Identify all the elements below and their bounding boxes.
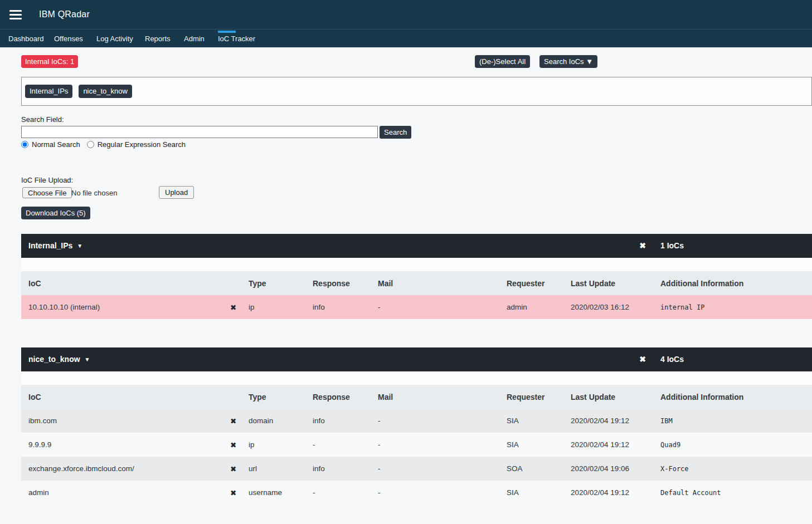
col-header-additional-info: Additional Information — [653, 385, 812, 409]
ioc-type: username — [241, 481, 305, 505]
close-icon[interactable]: ✖ — [638, 234, 647, 258]
hamburger-menu-icon[interactable] — [9, 10, 22, 19]
section-title[interactable]: Internal_IPs ▼ — [28, 241, 82, 250]
ioc-mail: - — [371, 409, 499, 433]
col-header-type: Type — [241, 385, 305, 409]
col-header-mail: Mail — [371, 271, 499, 295]
col-header-additional-info: Additional Information — [653, 271, 812, 295]
table-row: 9.9.9.9 ✖ ip - - SIA 2020/02/04 19:12 Qu… — [21, 433, 812, 457]
col-header-response: Response — [305, 271, 371, 295]
col-header-mail: Mail — [371, 385, 499, 409]
delete-icon[interactable]: ✖ — [223, 433, 241, 457]
ioc-mail: - — [371, 481, 499, 505]
delete-icon[interactable]: ✖ — [223, 457, 241, 481]
ioc-value: 10.10.10.10 (internal) — [21, 295, 223, 319]
search-iocs-dropdown-button[interactable]: Search IoCs ▼ — [539, 55, 597, 68]
tag-internal-ips[interactable]: Internal_IPs — [25, 85, 72, 98]
upload-button[interactable]: Upload — [159, 186, 194, 199]
tab-offenses[interactable]: Offenses — [54, 30, 83, 48]
ioc-last-update: 2020/02/04 19:12 — [563, 409, 653, 433]
regex-search-label: Regular Expression Search — [98, 140, 186, 149]
download-iocs-button[interactable]: Download IoCs (5) — [21, 207, 90, 219]
ioc-count-badge: 1 IoCs — [660, 234, 684, 258]
tag-filter-box: Internal_IPs nice_to_know — [21, 77, 812, 106]
ioc-response: - — [305, 433, 371, 457]
ioc-value: admin — [21, 481, 223, 505]
ioc-section-nice-to-know: nice_to_know ▼ ✖ 4 IoCs IoC Type Respons… — [21, 347, 812, 505]
table-header-row: IoC Type Response Mail Requester Last Up… — [21, 271, 812, 295]
tab-dashboard[interactable]: Dashboard — [8, 30, 44, 48]
search-field-label: Search Field: — [21, 115, 64, 124]
main-nav: Dashboard Offenses Log Activity Reports … — [0, 29, 812, 47]
col-header-requester: Requester — [499, 271, 563, 295]
section-spacer — [21, 258, 812, 271]
col-header-ioc: IoC — [21, 385, 241, 409]
table-row: ibm.com ✖ domain info - SIA 2020/02/04 1… — [21, 409, 812, 433]
section-spacer — [21, 371, 812, 385]
ioc-type: ip — [241, 433, 305, 457]
normal-search-radio[interactable] — [21, 141, 28, 148]
app-title: IBM QRadar — [39, 9, 90, 19]
delete-icon[interactable]: ✖ — [223, 481, 241, 505]
internal-iocs-badge: Internal IoCs: 1 — [21, 55, 78, 68]
section-title-text: Internal_IPs — [28, 241, 72, 250]
ioc-response: info — [305, 457, 371, 481]
col-header-response: Response — [305, 385, 371, 409]
search-input[interactable] — [21, 126, 378, 138]
search-mode-radios: Normal Search Regular Expression Search — [21, 140, 190, 149]
table-row: 10.10.10.10 (internal) ✖ ip info - admin… — [21, 295, 812, 319]
col-header-requester: Requester — [499, 385, 563, 409]
ioc-last-update: 2020/02/04 19:06 — [563, 457, 653, 481]
choose-file-button[interactable]: Choose File — [22, 187, 72, 198]
tag-nice-to-know[interactable]: nice_to_know — [79, 85, 132, 98]
ioc-additional-info: Quad9 — [653, 433, 812, 457]
col-header-ioc: IoC — [21, 271, 241, 295]
ioc-last-update: 2020/02/04 19:12 — [563, 433, 653, 457]
ioc-count-badge: 4 IoCs — [660, 347, 684, 371]
ioc-section-internal-ips: Internal_IPs ▼ ✖ 1 IoCs IoC Type Respons… — [21, 234, 812, 319]
section-header-internal-ips: Internal_IPs ▼ ✖ 1 IoCs — [21, 234, 812, 258]
regex-search-radio[interactable] — [87, 141, 94, 148]
ioc-additional-info: internal IP — [653, 295, 812, 319]
ioc-mail: - — [371, 295, 499, 319]
ioc-file-upload-label: IoC File Upload: — [21, 176, 73, 184]
section-title[interactable]: nice_to_know ▼ — [28, 355, 90, 364]
table-header-row: IoC Type Response Mail Requester Last Up… — [21, 385, 812, 409]
ioc-value: exchange.xforce.ibmcloud.com/ — [21, 457, 223, 481]
ioc-additional-info: X-Force — [653, 457, 812, 481]
ioc-type: url — [241, 457, 305, 481]
col-header-type: Type — [241, 271, 305, 295]
tab-admin[interactable]: Admin — [184, 30, 205, 48]
search-button[interactable]: Search — [380, 126, 411, 139]
tab-reports[interactable]: Reports — [145, 30, 171, 48]
table-row: admin ✖ username - - SIA 2020/02/04 19:1… — [21, 481, 812, 505]
tab-log-activity[interactable]: Log Activity — [96, 30, 133, 48]
ioc-table-nice-to-know: IoC Type Response Mail Requester Last Up… — [21, 385, 812, 505]
close-icon[interactable]: ✖ — [638, 347, 647, 371]
ioc-additional-info: Default Account — [653, 481, 812, 505]
delete-icon[interactable]: ✖ — [223, 409, 241, 433]
col-header-last-update: Last Update — [563, 385, 653, 409]
no-file-chosen-text: No file chosen — [71, 189, 117, 197]
ioc-value: 9.9.9.9 — [21, 433, 223, 457]
col-header-last-update: Last Update — [563, 271, 653, 295]
ioc-requester: admin — [499, 295, 563, 319]
ioc-mail: - — [371, 457, 499, 481]
ioc-last-update: 2020/02/04 19:12 — [563, 481, 653, 505]
ioc-last-update: 2020/02/03 16:12 — [563, 295, 653, 319]
ioc-requester: SIA — [499, 481, 563, 505]
ioc-requester: SOA — [499, 457, 563, 481]
tab-ioc-tracker[interactable]: IoC Tracker — [218, 30, 255, 48]
ioc-type: domain — [241, 409, 305, 433]
normal-search-label: Normal Search — [32, 140, 80, 149]
ioc-requester: SIA — [499, 433, 563, 457]
deselect-all-button[interactable]: (De-)Select All — [475, 55, 530, 68]
delete-icon[interactable]: ✖ — [223, 295, 241, 319]
ioc-response: info — [305, 295, 371, 319]
ioc-response: - — [305, 481, 371, 505]
ioc-additional-info: IBM — [653, 409, 812, 433]
ioc-value: ibm.com — [21, 409, 223, 433]
ioc-type: ip — [241, 295, 305, 319]
table-row: exchange.xforce.ibmcloud.com/ ✖ url info… — [21, 457, 812, 481]
app-header: IBM QRadar — [0, 0, 812, 29]
